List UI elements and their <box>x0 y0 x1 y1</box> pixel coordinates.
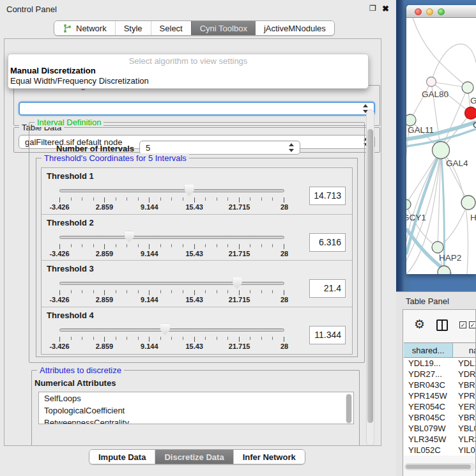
table-row[interactable]: YDL19...YDL1... <box>404 358 476 369</box>
dropdown-option-manual-discretization[interactable]: Manual Discretization <box>10 66 96 75</box>
threshold-1-slider[interactable]: -3.426 2.859 9.144 15.43 21.715 28 <box>59 183 284 213</box>
node-label-gcy1: GCY1 <box>406 213 426 222</box>
slider-ticks <box>59 244 287 249</box>
control-panel-window: Control Panel ❐ ✖ Network Style Select C… <box>0 0 396 476</box>
threshold-4-slider[interactable]: -3.426 2.859 9.144 15.43 21.715 28 <box>59 323 284 352</box>
table-panel-body: ⚙ ✓ ✓ shared... name YDL19...YDL1... YDR… <box>403 309 476 476</box>
algorithm-combobox[interactable] <box>19 102 375 116</box>
attributes-group: Attributes to discretize Numerical Attri… <box>31 370 360 446</box>
dropdown-prompt: Select algorithm to view settings <box>8 56 368 66</box>
tick-label: 28 <box>280 250 288 257</box>
number-of-intervals-combobox[interactable]: 5 <box>139 141 300 155</box>
threshold-row: Threshold 4 -3.426 2.859 9.144 15.43 21.… <box>42 307 352 354</box>
gear-icon[interactable]: ⚙ <box>414 318 425 332</box>
threshold-3-value-field[interactable]: 21.4 <box>309 279 346 298</box>
slider-track[interactable] <box>59 189 284 192</box>
tab-jactivemnodules[interactable]: jActiveMNodules <box>256 21 334 35</box>
network-view-frame: GAL80 GA C GAL11 GAL4 GCY1 H HAP2 <box>396 0 476 291</box>
node-label-gal80: GAL80 <box>422 89 449 99</box>
tick-label: 9.144 <box>141 342 158 350</box>
table-row[interactable]: YBR043CYBR0... <box>404 380 476 390</box>
network-node[interactable] <box>461 196 475 210</box>
threshold-1-value-field[interactable]: 14.713 <box>309 187 346 205</box>
tab-network[interactable]: Network <box>54 21 115 35</box>
slider-track[interactable] <box>59 236 284 239</box>
table-row[interactable]: YER054CYER0... <box>404 401 476 412</box>
network-window-titlebar[interactable] <box>406 5 476 18</box>
close-window-icon[interactable]: ✖ <box>382 4 389 13</box>
table-panel-title: Table Panel <box>406 296 449 306</box>
tab-style[interactable]: Style <box>115 21 151 35</box>
column-header-shared-name[interactable]: shared... <box>404 343 453 357</box>
thresholds-list: Threshold 1 -3.426 2.859 9.144 15.43 21.… <box>41 167 353 355</box>
network-node[interactable] <box>406 114 416 126</box>
slider-thumb[interactable] <box>125 231 134 243</box>
network-node[interactable] <box>462 82 473 93</box>
table-row[interactable]: YIL052CYIL0... <box>404 445 476 456</box>
tab-infer-network[interactable]: Infer Network <box>233 450 305 464</box>
interval-definition-group: Interval Definition Number of Intervals … <box>29 122 365 363</box>
list-scrollbar[interactable] <box>346 394 352 424</box>
table-row[interactable]: YBR045CYBR0... <box>404 412 476 423</box>
slider-thumb[interactable] <box>160 324 170 335</box>
thresholds-group: Threshold's Coordinates for 5 Intervals … <box>36 158 358 357</box>
tick-label: 9.144 <box>141 203 158 211</box>
slider-track[interactable] <box>59 282 284 285</box>
network-graph <box>406 18 476 274</box>
table-row[interactable]: YBL079WYBL0... <box>404 423 476 434</box>
threshold-3-slider[interactable]: -3.426 2.859 9.144 15.43 21.715 28 <box>59 276 284 305</box>
list-item[interactable]: TopologicalCoefficient <box>39 404 353 417</box>
table-row[interactable]: YLR345WYLR3... <box>404 434 476 445</box>
threshold-row: Threshold 3 -3.426 2.859 9.144 15.43 21.… <box>42 261 352 307</box>
tick-label: -3.426 <box>49 203 69 211</box>
tick-label: 2.859 <box>96 342 114 350</box>
network-canvas[interactable]: GAL80 GA C GAL11 GAL4 GCY1 H HAP2 <box>406 18 476 274</box>
tab-select[interactable]: Select <box>151 21 191 35</box>
threshold-4-value-field[interactable]: 11.344 <box>309 326 346 344</box>
slider-thumb[interactable] <box>233 277 242 289</box>
tab-impute-data[interactable]: Impute Data <box>89 450 155 464</box>
panel-scrollbar[interactable] <box>366 109 374 446</box>
group-title: Interval Definition <box>35 118 104 127</box>
node-table: shared... name YDL19...YDL1... YDR27...Y… <box>404 342 476 456</box>
table-row[interactable]: YDR27...YDR2... <box>404 369 476 380</box>
window-title: Control Panel <box>6 4 57 14</box>
table-horizontal-scrollbar[interactable] <box>404 463 475 470</box>
list-item[interactable]: BetweennessCentrality <box>39 417 353 424</box>
network-window: GAL80 GA C GAL11 GAL4 GCY1 H HAP2 <box>406 5 476 274</box>
column-header-name[interactable]: name <box>453 343 476 357</box>
network-node[interactable] <box>406 199 411 210</box>
table-panel: Table Panel ⚙ ✓ ✓ shared... name YDL19..… <box>396 291 476 476</box>
minimize-traffic-light[interactable] <box>426 8 433 15</box>
network-node[interactable] <box>433 142 450 159</box>
tick-label: -3.426 <box>49 342 69 350</box>
slider-track[interactable] <box>59 328 284 332</box>
network-node[interactable] <box>432 242 443 253</box>
threshold-row: Threshold 1 -3.426 2.859 9.144 15.43 21.… <box>42 168 352 215</box>
table-row[interactable]: YPR145WYPR1... <box>404 390 476 401</box>
checkbox-icon[interactable]: ✓ <box>459 321 466 328</box>
tick-label: 9.144 <box>141 296 158 303</box>
network-node[interactable] <box>427 77 436 87</box>
threshold-2-slider[interactable]: -3.426 2.859 9.144 15.43 21.715 28 <box>59 230 284 259</box>
network-node-highlighted[interactable] <box>465 107 476 119</box>
threshold-2-value-field[interactable]: 6.316 <box>309 233 346 252</box>
checkbox-icon[interactable]: ✓ <box>469 321 476 328</box>
slider-thumb[interactable] <box>185 185 194 196</box>
close-traffic-light[interactable] <box>415 8 422 15</box>
group-title: Attributes to discretize <box>37 365 124 375</box>
tab-label: Network <box>76 24 107 33</box>
threshold-row: Threshold 2 -3.426 2.859 9.144 15.43 21.… <box>42 215 352 261</box>
float-window-icon[interactable]: ❐ <box>369 4 376 13</box>
tab-cyni-toolbox[interactable]: Cyni Toolbox <box>191 21 256 35</box>
top-tab-bar: Network Style Select Cyni Toolbox jActiv… <box>54 20 335 36</box>
columns-icon[interactable] <box>436 319 448 331</box>
number-of-intervals-label: Number of Intervals <box>56 144 134 153</box>
tick-label: 15.43 <box>185 342 203 350</box>
zoom-traffic-light[interactable] <box>438 8 445 15</box>
list-item[interactable]: SelfLoops <box>39 392 353 404</box>
dropdown-option-equal-width[interactable]: Equal Width/Frequency Discretization <box>10 76 149 86</box>
tab-discretize-data[interactable]: Discretize Data <box>155 450 233 464</box>
tick-label: 21.715 <box>229 203 250 211</box>
node-label-cut-right: C <box>473 120 476 130</box>
